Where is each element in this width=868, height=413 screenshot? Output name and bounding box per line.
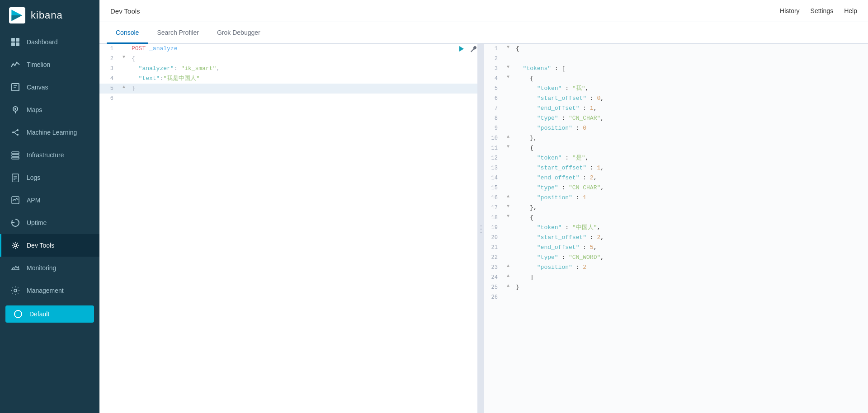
resp-la-16[interactable]: ▲ [504,193,512,200]
request-editor[interactable]: 1 POST _analyze 2 [99,44,482,413]
sidebar-item-apm[interactable]: APM [0,189,99,211]
resp-la-18[interactable]: ▼ [504,213,512,220]
resp-ln-13: 13 [484,163,504,173]
svg-point-13 [17,129,19,131]
line-num-2: 2 [99,54,120,64]
help-link[interactable]: Help [844,7,857,14]
resp-line-24: 24 ▲ ] [484,272,868,282]
tab-search-profiler[interactable]: Search Profiler [148,23,208,44]
resp-line-5: 5 "token" : "我", [484,84,868,94]
resp-line-16: 16 ▲ "position" : 1 [484,193,868,203]
sidebar-item-canvas[interactable]: Canvas [0,76,99,99]
dev-tools-icon [10,240,20,250]
line-num-1: 1 [99,44,120,54]
resp-la-23[interactable]: ▲ [504,263,512,270]
resp-lc-7: "end_offset" : 1, [512,103,868,113]
sidebar-item-label: Canvas [27,84,48,91]
resp-lc-5: "token" : "我", [512,84,868,94]
svg-point-26 [14,289,17,292]
resp-ln-2: 2 [484,54,504,64]
resp-ln-12: 12 [484,153,504,163]
resp-line-13: 13 "start_offset" : 1, [484,163,868,173]
resp-ln-20: 20 [484,233,504,243]
resp-line-26: 26 [484,292,868,302]
svg-point-14 [17,134,19,136]
kibana-logo-svg [11,9,24,22]
line-num-6: 6 [99,94,120,103]
resp-line-8: 8 "type" : "CN_CHAR", [484,113,868,123]
tabs-bar: Console Search Profiler Grok Debugger [99,22,868,44]
sidebar-item-maps[interactable]: Maps [0,99,99,121]
resp-ln-11: 11 [484,143,504,153]
topbar-actions: History Settings Help [780,7,857,14]
sidebar-item-dev-tools[interactable]: Dev Tools [0,234,99,257]
resp-ln-3: 3 [484,64,504,74]
resp-lc-25: } [512,282,868,292]
sidebar-item-label: Management [27,287,64,294]
sidebar-item-logs[interactable]: Logs [0,166,99,189]
line-num-5: 5 [99,84,120,94]
svg-marker-1 [11,15,22,21]
resp-ln-9: 9 [484,123,504,133]
tab-grok-debugger[interactable]: Grok Debugger [208,23,269,44]
resp-line-2: 2 [484,54,868,64]
resp-lc-8: "type" : "CN_CHAR", [512,113,868,123]
sidebar-item-default[interactable]: Default [5,305,94,323]
sidebar-item-label: Infrastructure [27,151,64,159]
resize-handle[interactable]: ⋮ [477,44,483,413]
sidebar-item-uptime[interactable]: Uptime [0,211,99,234]
run-button[interactable] [457,44,467,54]
resp-line-7: 7 "end_offset" : 1, [484,103,868,113]
resp-la-11[interactable]: ▼ [504,143,512,150]
line-action-5[interactable]: ▲ [120,84,128,91]
resp-lc-1: { [512,44,868,54]
resp-la-4[interactable]: ▼ [504,74,512,81]
tab-console[interactable]: Console [107,23,148,44]
resp-la-1[interactable]: ▼ [504,44,512,51]
line-action-2[interactable]: ▼ [120,54,128,61]
sidebar-item-monitoring[interactable]: Monitoring [0,257,99,279]
resp-la-17[interactable]: ▼ [504,203,512,210]
resp-line-6: 6 "start_offset" : 0, [484,94,868,103]
resp-la-3[interactable]: ▼ [504,64,512,71]
left-editor-pane: 1 POST _analyze 2 [99,44,484,413]
sidebar-item-infrastructure[interactable]: Infrastructure [0,144,99,166]
resp-ln-4: 4 [484,74,504,84]
editor-container: 1 POST _analyze 2 [99,44,868,413]
sidebar-item-dashboard[interactable]: Dashboard [0,31,99,53]
svg-rect-19 [12,157,19,159]
resp-la-10[interactable]: ▲ [504,133,512,141]
sidebar-item-label: Maps [27,106,42,113]
resp-lc-15: "type" : "CN_CHAR", [512,183,868,193]
resp-ln-24: 24 [484,272,504,282]
svg-rect-18 [12,155,19,156]
logs-icon [10,173,20,183]
resp-ln-5: 5 [484,84,504,94]
resp-lc-24: ] [512,272,868,282]
dashboard-icon [10,37,20,47]
svg-point-10 [14,108,16,110]
sidebar-item-management[interactable]: Management [0,279,99,302]
resp-la-25[interactable]: ▲ [504,282,512,290]
code-line-1: 1 POST _analyze [99,44,482,54]
resp-line-17: 17 ▼ }, [484,203,868,213]
kibana-logo-icon [9,7,25,23]
resp-line-11: 11 ▼ { [484,143,868,153]
sidebar-item-label: Dev Tools [27,242,54,249]
resp-lc-9: "position" : 0 [512,123,868,133]
sidebar: kibana Dashboard Timelion Canvas [0,0,99,413]
resp-ln-15: 15 [484,183,504,193]
resp-la-24[interactable]: ▲ [504,272,512,280]
history-link[interactable]: History [780,7,800,14]
settings-link[interactable]: Settings [811,7,834,14]
timelion-icon [10,60,20,70]
resp-line-12: 12 "token" : "是", [484,153,868,163]
wrench-button[interactable] [468,44,478,54]
sidebar-item-label: Dashboard [27,38,58,46]
code-line-3: 3 "analyzer": "ik_smart", [99,64,482,74]
resp-lc-23: "position" : 2 [512,263,868,272]
sidebar-item-timelion[interactable]: Timelion [0,53,99,76]
maps-icon [10,105,20,115]
resp-line-23: 23 ▲ "position" : 2 [484,263,868,272]
sidebar-item-machine-learning[interactable]: Machine Learning [0,121,99,144]
